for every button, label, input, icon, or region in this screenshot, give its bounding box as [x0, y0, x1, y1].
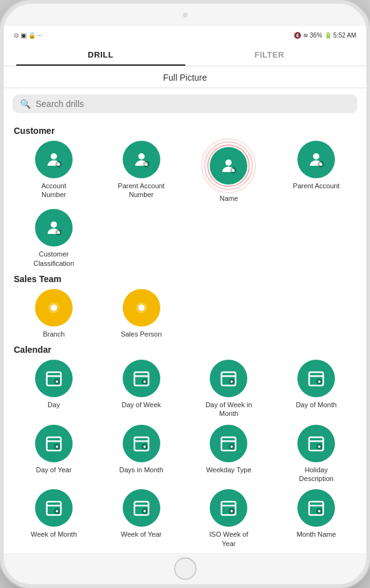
- customer-classification-label: Customer Classification: [29, 250, 79, 268]
- list-item[interactable]: Holiday Description: [274, 425, 359, 484]
- svg-point-21: [51, 305, 57, 311]
- list-item[interactable]: Sales Person: [99, 289, 184, 338]
- customer-classification-icon: [35, 209, 73, 246]
- name-icon: [210, 147, 247, 185]
- tab-bar: DRILL FILTER: [4, 44, 366, 66]
- day-of-year-label: Day of Year: [36, 465, 71, 474]
- svg-point-23: [138, 305, 145, 311]
- name-label: Name: [220, 194, 238, 203]
- list-item[interactable]: Week of Year: [99, 489, 184, 548]
- account-number-icon: [35, 141, 73, 178]
- search-bar: 🔍: [13, 94, 357, 113]
- list-item[interactable]: Days in Month: [99, 425, 184, 484]
- list-item[interactable]: Account Number: [11, 141, 96, 203]
- status-right: 🔇 ≋ 36% 🔋 5:52 AM: [294, 32, 356, 39]
- account-number-label: Account Number: [29, 181, 79, 200]
- day-icon: [35, 360, 73, 397]
- week-of-month-label: Week of Month: [31, 530, 77, 539]
- week-of-year-icon: [123, 489, 160, 527]
- list-item[interactable]: Day: [11, 360, 96, 418]
- day-of-month-icon: [297, 360, 335, 397]
- list-item[interactable]: Day of Year: [11, 425, 96, 484]
- holiday-description-label: Holiday Description: [291, 465, 341, 484]
- list-item[interactable]: Parent Account Number: [99, 141, 184, 203]
- scroll-content: Customer Account Number Parent Account N…: [4, 119, 366, 553]
- day-of-year-icon: [35, 425, 73, 462]
- list-item[interactable]: Day of Week in Month: [187, 360, 272, 418]
- day-of-week-icon: [123, 360, 160, 397]
- status-time: 🔇 ≋ 36% 🔋 5:52 AM: [294, 32, 356, 39]
- parent-account-number-label: Parent Account Number: [116, 181, 167, 200]
- parent-account-number-icon: [123, 141, 160, 178]
- days-in-month-label: Days in Month: [119, 465, 163, 474]
- screen: ⊙ ▣ 🔒 ··· 🔇 ≋ 36% 🔋 5:52 AM DRILL FILTER…: [4, 26, 366, 553]
- branch-label: Branch: [43, 330, 64, 338]
- day-label: Day: [48, 400, 60, 409]
- holiday-description-icon: [297, 425, 335, 462]
- parent-account-icon: [297, 141, 335, 178]
- tab-drill[interactable]: DRILL: [16, 44, 185, 66]
- list-item[interactable]: Branch: [11, 289, 96, 338]
- list-item[interactable]: Weekday Type: [187, 425, 272, 484]
- tab-filter[interactable]: FILTER: [185, 44, 354, 66]
- days-in-month-icon: [123, 425, 160, 462]
- weekday-type-icon: [210, 425, 247, 462]
- list-item[interactable]: Month Name: [274, 489, 359, 548]
- device-top: [4, 4, 366, 26]
- day-of-week-label: Day of Week: [121, 400, 161, 409]
- svg-point-12: [313, 153, 319, 160]
- list-item[interactable]: Day of Month: [274, 360, 359, 418]
- full-picture-label: Full Picture: [4, 66, 366, 88]
- list-item[interactable]: Parent Account: [274, 141, 359, 203]
- list-item[interactable]: Customer Classification: [11, 209, 96, 268]
- section-customer-label: Customer: [14, 126, 356, 136]
- list-item[interactable]: Name: [187, 141, 272, 203]
- name-ripple-container: [203, 141, 254, 191]
- day-of-month-label: Day of Month: [295, 400, 336, 409]
- calendar-grid: Day Day of Week Day of Week in Month: [10, 360, 360, 548]
- svg-point-0: [51, 153, 57, 160]
- section-sales-team-label: Sales Team: [14, 274, 356, 284]
- sales-person-label: Sales Person: [121, 330, 162, 338]
- svg-point-16: [51, 221, 57, 228]
- section-calendar-label: Calendar: [14, 345, 356, 355]
- sales-team-grid: Branch Sales Person: [10, 289, 360, 338]
- month-name-label: Month Name: [297, 530, 336, 539]
- svg-point-4: [138, 153, 145, 160]
- week-of-year-label: Week of Year: [121, 530, 162, 539]
- status-left: ⊙ ▣ 🔒 ···: [14, 32, 43, 39]
- weekday-type-label: Weekday Type: [206, 465, 251, 474]
- home-button[interactable]: [174, 557, 197, 580]
- device-bottom: [4, 553, 366, 584]
- search-icon: 🔍: [20, 99, 31, 109]
- branch-icon: [35, 289, 73, 327]
- svg-point-8: [225, 160, 232, 166]
- status-bar: ⊙ ▣ 🔒 ··· 🔇 ≋ 36% 🔋 5:52 AM: [4, 26, 366, 44]
- sales-person-icon: [123, 289, 160, 327]
- day-of-week-in-month-icon: [210, 360, 247, 397]
- iso-week-of-year-label: ISO Week of Year: [203, 530, 254, 548]
- search-input[interactable]: [36, 99, 350, 109]
- camera: [183, 13, 188, 18]
- customer-grid: Account Number Parent Account Number: [10, 141, 360, 268]
- iso-week-of-year-icon: [210, 489, 247, 527]
- status-icons: ⊙ ▣ 🔒 ···: [14, 32, 43, 39]
- list-item[interactable]: Day of Week: [99, 360, 184, 418]
- device: ⊙ ▣ 🔒 ··· 🔇 ≋ 36% 🔋 5:52 AM DRILL FILTER…: [0, 0, 370, 588]
- month-name-icon: [297, 489, 335, 527]
- week-of-month-icon: [35, 489, 73, 527]
- list-item[interactable]: Week of Month: [11, 489, 96, 548]
- parent-account-label: Parent Account: [293, 181, 340, 190]
- side-nav-arrow[interactable]: ❮: [366, 286, 370, 302]
- list-item[interactable]: ISO Week of Year: [187, 489, 272, 548]
- day-of-week-in-month-label: Day of Week in Month: [203, 400, 254, 418]
